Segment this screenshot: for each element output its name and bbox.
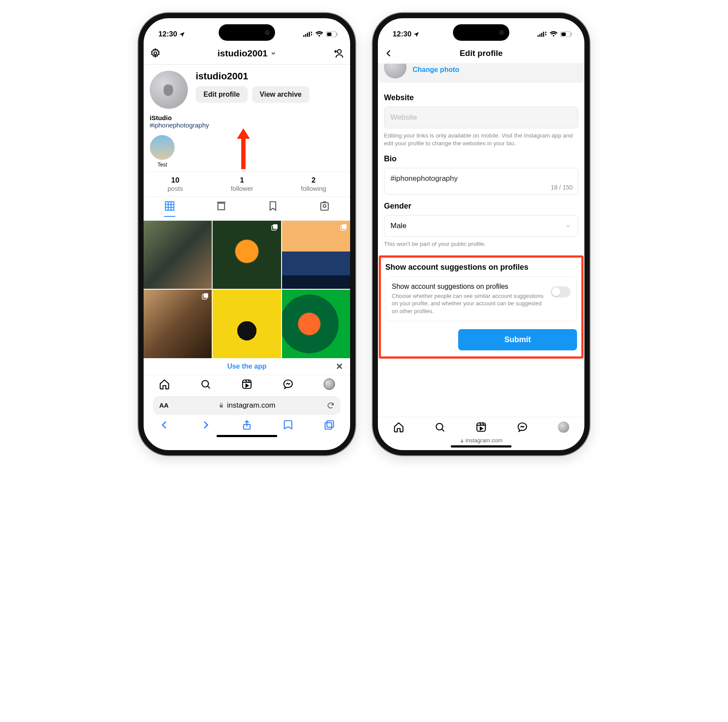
header-username: istudio2001 xyxy=(217,48,268,59)
svg-rect-35 xyxy=(571,33,572,36)
change-photo-link[interactable]: Change photo xyxy=(413,66,459,74)
stat-following[interactable]: 2 following xyxy=(301,176,326,192)
change-photo-row: Change photo xyxy=(378,64,584,83)
carousel-icon xyxy=(340,223,348,231)
settings-icon[interactable] xyxy=(150,48,161,59)
svg-rect-26 xyxy=(325,422,332,429)
view-archive-button[interactable]: View archive xyxy=(252,86,310,103)
search-icon[interactable] xyxy=(434,421,446,433)
dynamic-island xyxy=(453,24,509,41)
add-user-icon[interactable] xyxy=(333,48,344,59)
svg-rect-28 xyxy=(539,34,541,37)
share-icon[interactable] xyxy=(241,419,253,431)
svg-rect-1 xyxy=(305,34,306,37)
highlight-item[interactable] xyxy=(150,135,175,160)
mini-url-text: instagram.com xyxy=(466,437,502,444)
post-thumb[interactable] xyxy=(282,290,350,358)
search-icon[interactable] xyxy=(200,379,211,390)
cellular-icon xyxy=(303,31,313,37)
suggestions-toggle-row: Show account suggestions on profiles Cho… xyxy=(385,276,577,322)
safari-toolbar xyxy=(144,415,350,433)
tab-grid[interactable] xyxy=(164,200,175,217)
messenger-icon[interactable] xyxy=(517,421,528,433)
suggestions-toggle[interactable] xyxy=(551,286,571,297)
close-icon[interactable]: ✕ xyxy=(336,361,343,372)
tab-tagged[interactable] xyxy=(319,200,330,217)
gender-select[interactable]: Male xyxy=(384,215,578,237)
website-input[interactable]: Website xyxy=(384,107,578,128)
grid-icon xyxy=(164,200,175,212)
svg-rect-31 xyxy=(545,32,547,33)
highlight-label: Test xyxy=(150,162,175,168)
status-time: 12:30 xyxy=(158,30,177,39)
text-size-button[interactable]: AA xyxy=(159,402,169,409)
cellular-icon xyxy=(538,31,547,37)
svg-rect-7 xyxy=(327,33,331,36)
annotation-highlight: Show account suggestions on profiles Sho… xyxy=(379,255,584,359)
post-thumb[interactable] xyxy=(282,221,350,289)
home-icon[interactable] xyxy=(159,379,170,390)
wifi-icon xyxy=(315,31,323,37)
gender-value: Male xyxy=(390,222,407,230)
bio-counter: 18 / 150 xyxy=(551,184,573,191)
gender-label: Gender xyxy=(384,202,578,211)
back-icon[interactable] xyxy=(159,419,170,431)
post-thumb[interactable] xyxy=(213,221,281,289)
bio-label: Bio xyxy=(384,154,578,163)
post-thumb[interactable] xyxy=(144,221,212,289)
tabs-icon[interactable] xyxy=(324,419,335,431)
reload-icon[interactable] xyxy=(327,402,334,409)
submit-button[interactable]: Submit xyxy=(458,329,577,350)
username-dropdown[interactable]: istudio2001 xyxy=(217,48,276,59)
use-app-banner[interactable]: Use the app ✕ xyxy=(144,358,350,375)
website-hint: Editing your links is only available on … xyxy=(384,132,578,147)
home-icon[interactable] xyxy=(393,421,404,433)
svg-rect-4 xyxy=(311,32,312,33)
bio-hashtag[interactable]: #iphonephotography xyxy=(150,121,344,129)
bookmarks-icon[interactable] xyxy=(282,419,294,431)
home-indicator xyxy=(216,435,277,437)
post-thumb[interactable] xyxy=(144,290,212,358)
reels-icon[interactable] xyxy=(241,379,253,390)
chevron-down-icon xyxy=(270,50,276,56)
profile-header: istudio2001 xyxy=(144,44,350,65)
page-title: Edit profile xyxy=(459,49,502,58)
display-name: iStudio xyxy=(150,114,344,121)
svg-rect-34 xyxy=(561,33,566,36)
mini-address-bar[interactable]: instagram.com xyxy=(378,435,584,444)
forward-icon[interactable] xyxy=(200,419,211,431)
back-icon[interactable] xyxy=(384,49,394,58)
svg-rect-23 xyxy=(220,405,223,407)
safari-address-bar[interactable]: AA instagram.com xyxy=(153,396,341,415)
wifi-icon xyxy=(550,31,557,37)
svg-rect-5 xyxy=(311,34,312,35)
svg-rect-32 xyxy=(545,34,547,35)
svg-rect-27 xyxy=(538,35,539,37)
edit-profile-button[interactable]: Edit profile xyxy=(196,86,248,103)
messenger-icon[interactable] xyxy=(282,379,294,390)
svg-rect-0 xyxy=(303,35,305,37)
nav-profile[interactable] xyxy=(558,421,569,433)
location-icon xyxy=(179,31,185,38)
profile-username: istudio2001 xyxy=(196,71,344,82)
profile-bio: iStudio #iphonephotography xyxy=(144,111,350,131)
tab-saved[interactable] xyxy=(267,200,279,217)
stat-posts[interactable]: 10 posts xyxy=(167,176,183,192)
svg-rect-17 xyxy=(342,224,347,229)
svg-point-21 xyxy=(202,380,208,387)
website-section: Website Website Editing your links is on… xyxy=(378,89,584,150)
tab-feed[interactable] xyxy=(216,200,227,217)
bio-input[interactable]: #iphonephotography 18 / 150 xyxy=(384,168,578,195)
nav-profile[interactable] xyxy=(324,379,335,390)
stat-followers[interactable]: 1 follower xyxy=(231,176,253,192)
lock-icon xyxy=(218,402,224,408)
posts-grid xyxy=(144,221,350,358)
post-thumb[interactable] xyxy=(213,290,281,358)
tagged-icon xyxy=(319,200,330,212)
reels-icon[interactable] xyxy=(475,421,487,433)
svg-rect-38 xyxy=(461,441,463,442)
location-icon xyxy=(413,31,420,38)
svg-rect-30 xyxy=(543,32,544,37)
profile-avatar[interactable] xyxy=(150,71,188,109)
edit-avatar[interactable] xyxy=(384,64,407,78)
